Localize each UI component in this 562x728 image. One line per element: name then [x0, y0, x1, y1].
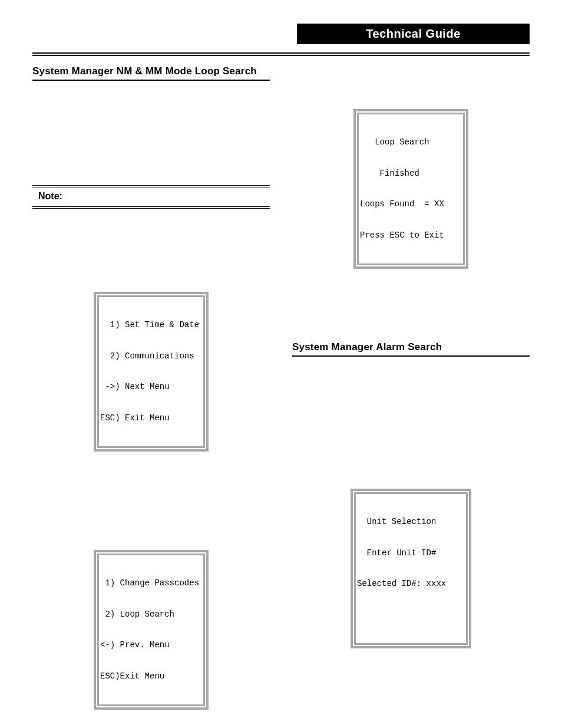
lcd-line: 2) Loop Search [100, 610, 202, 620]
lcd-line: ESC)Exit Menu [100, 671, 202, 682]
section-heading-text: System Manager NM & MM Mode Loop Search [32, 65, 257, 77]
lcd-line: Finished [360, 169, 462, 179]
lcd-line: Unit Selection [357, 517, 465, 528]
left-column: System Manager NM & MM Mode Loop Search … [32, 65, 270, 728]
section-heading-loop-search: System Manager NM & MM Mode Loop Search [32, 65, 270, 81]
spacer [32, 81, 270, 184]
lcd-unit-selection: Unit Selection Enter Unit ID# Selected I… [351, 468, 471, 669]
spacer [292, 65, 530, 80]
rule [32, 206, 270, 207]
header-title: Technical Guide [366, 27, 461, 40]
lcd-line: ->) Next Menu [100, 382, 202, 393]
section-heading-alarm-search: System Manager Alarm Search [292, 341, 530, 357]
lcd-line: Enter Unit ID# [357, 548, 465, 559]
note-bottom-rules [32, 206, 270, 209]
note-top-rules [32, 185, 270, 187]
lcd-line: Loops Found = XX [360, 199, 462, 210]
lcd-line: ESC) Exit Menu [100, 413, 202, 424]
note-label: Note: [38, 191, 270, 202]
rule [32, 185, 270, 186]
spacer [292, 357, 530, 460]
spacer [32, 489, 270, 521]
lcd-line: 1) Set Time & Date [100, 320, 202, 331]
lcd-menu-2: 1) Change Passcodes 2) Loop Search <-) P… [94, 529, 209, 728]
section-heading-text: System Manager Alarm Search [292, 341, 442, 353]
lcd-line [357, 610, 465, 621]
spacer [292, 686, 530, 718]
two-column-layout: System Manager NM & MM Mode Loop Search … [32, 65, 530, 728]
rule [32, 208, 270, 209]
note-block: Note: [32, 185, 270, 209]
lcd-line: Selected ID#: xxxx [357, 579, 465, 589]
lcd-loop-finished: Loop Search Finished Loops Found = XX Pr… [353, 88, 468, 289]
lcd-line: Press ESC to Exit [360, 230, 462, 241]
rule [32, 187, 270, 187]
lcd-menu-1: 1) Set Time & Date 2) Communications ->)… [94, 271, 209, 472]
lcd-line: Loop Search [360, 137, 462, 148]
right-column: Loop Search Finished Loops Found = XX Pr… [292, 65, 530, 728]
lcd-line: <-) Prev. Menu [100, 640, 202, 651]
top-rule [32, 52, 530, 56]
lcd-line: 1) Change Passcodes [100, 578, 202, 589]
spacer [32, 210, 270, 263]
lcd-line: 2) Communications [100, 351, 202, 362]
spacer [292, 306, 530, 341]
page: Technical Guide System Manager NM & MM M… [0, 0, 562, 728]
header-title-bar: Technical Guide [297, 24, 530, 44]
